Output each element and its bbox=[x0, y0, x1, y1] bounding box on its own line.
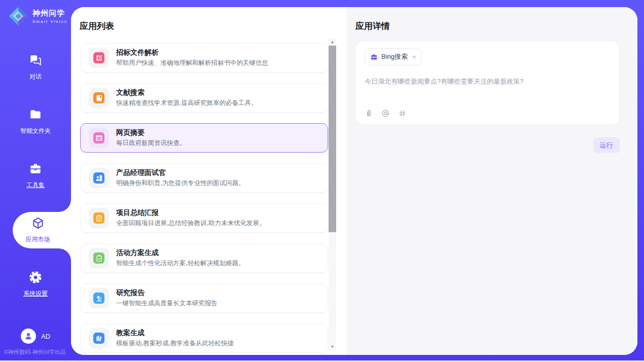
prompt-input-card[interactable]: Bing搜索 × 今日湖北有哪些新闻要点?有哪些需要关注的最新政策? bbox=[355, 41, 620, 125]
tool-tag-bing-search[interactable]: Bing搜索 × bbox=[365, 48, 422, 65]
app-card[interactable]: 项目总结汇报 全面回顾项目进展,总结经验教训,助力未来优化发展。 bbox=[80, 203, 328, 233]
sidebar-item-icon bbox=[31, 216, 45, 232]
app-list-title: 应用列表 bbox=[80, 20, 114, 32]
sidebar-item-icon bbox=[29, 108, 42, 123]
app-card[interactable]: 活动方案生成 智能生成个性化活动方案,轻松解决规划难题。 bbox=[80, 243, 328, 273]
app-icon bbox=[93, 333, 104, 344]
briefcase-icon bbox=[370, 53, 378, 61]
sidebar-item[interactable]: 应用市场 bbox=[13, 212, 71, 248]
app-card-title: 研究报告 bbox=[116, 288, 218, 298]
diamond-logo-icon bbox=[8, 6, 28, 26]
user-name: AD bbox=[41, 333, 50, 340]
sidebar-item[interactable]: 系统设置 bbox=[0, 266, 71, 303]
app-icon-box bbox=[89, 248, 109, 268]
sidebar-item[interactable]: 智能文件夹 bbox=[0, 103, 71, 140]
app-icon bbox=[93, 252, 104, 264]
user-avatar-icon bbox=[21, 329, 36, 344]
brand-name: 神州问学 bbox=[32, 9, 67, 18]
scrollbar-up-arrow-icon[interactable]: ▲ bbox=[329, 38, 336, 45]
app-card-title: 文献搜索 bbox=[116, 88, 257, 97]
brand: 神州问学 Smart Vision bbox=[8, 6, 67, 26]
main-container: 应用列表 招标文件解析 帮助用户快速、准确地理解和解析招标书中的关键信息 bbox=[71, 7, 637, 355]
scrollbar-thumb[interactable] bbox=[329, 46, 336, 232]
run-button[interactable]: 运行 bbox=[593, 137, 620, 153]
app-icon bbox=[93, 52, 104, 63]
app-icon-box bbox=[89, 328, 109, 348]
toolbar-icon[interactable] bbox=[365, 109, 373, 118]
app-card-title: 网页摘要 bbox=[116, 128, 186, 137]
app-card-title: 招标文件解析 bbox=[116, 48, 268, 57]
sidebar-item-label: 系统设置 bbox=[23, 289, 48, 298]
app-card[interactable]: 研究报告 一键智能生成高质量长文本研究报告 bbox=[80, 283, 328, 313]
app-card-title: 教案生成 bbox=[116, 329, 234, 338]
toolbar-icon[interactable] bbox=[398, 109, 407, 118]
app-card[interactable]: 教案生成 模板驱动,教案秒成,教学准备从此轻松快捷 bbox=[80, 323, 328, 353]
scrollbar[interactable]: ▲ ▼ bbox=[329, 38, 336, 350]
app-card-title: 产品经理面试官 bbox=[116, 168, 244, 177]
sidebar-item-icon bbox=[29, 271, 42, 286]
app-card-description: 帮助用户快速、准确地理解和解析招标书中的关键信息 bbox=[116, 59, 268, 67]
input-toolbar bbox=[365, 109, 407, 118]
app-card-description: 全面回顾项目进展,总结经验教训,助力未来优化发展。 bbox=[116, 219, 265, 228]
sidebar-item[interactable]: 对话 bbox=[0, 49, 71, 86]
app-card[interactable]: 招标文件解析 帮助用户快速、准确地理解和解析招标书中的关键信息 bbox=[80, 43, 328, 73]
app-icon-box bbox=[89, 288, 109, 308]
app-card-description: 明确身份和职责,为您提供专业性的面试问题。 bbox=[116, 179, 244, 188]
sidebar-item-label: 智能文件夹 bbox=[20, 127, 51, 135]
toolbar-icon[interactable] bbox=[381, 109, 390, 118]
app-card[interactable]: 文献搜索 快速精准查找学术资源,提高研究效率的必备工具。 bbox=[80, 83, 328, 113]
tag-close-icon[interactable]: × bbox=[412, 54, 416, 60]
copyright-footer: ©神州数码·神州问学出品 bbox=[4, 348, 66, 356]
app-icon-box bbox=[89, 168, 109, 188]
brand-subtitle: Smart Vision bbox=[32, 19, 67, 24]
sidebar: 神州问学 Smart Vision 对话 智能文件夹 工具集 应用市场 系统设置 bbox=[0, 0, 71, 362]
app-icon bbox=[93, 132, 104, 143]
app-detail-panel: 应用详情 Bing搜索 × 今日湖北有哪些新闻要点?有哪些需要关注的最新政策? … bbox=[347, 7, 637, 355]
app-card-description: 模板驱动,教案秒成,教学准备从此轻松快捷 bbox=[116, 339, 234, 348]
app-card-title: 项目总结汇报 bbox=[116, 208, 265, 218]
sidebar-item-icon bbox=[29, 54, 42, 69]
app-icon-box bbox=[89, 208, 109, 228]
sidebar-item[interactable]: 工具集 bbox=[0, 158, 71, 194]
app-icon bbox=[93, 212, 104, 224]
user-box[interactable]: AD bbox=[0, 329, 71, 344]
scrollbar-down-arrow-icon[interactable]: ▼ bbox=[329, 343, 336, 350]
sidebar-nav: 对话 智能文件夹 工具集 应用市场 系统设置 bbox=[0, 49, 71, 303]
query-text[interactable]: 今日湖北有哪些新闻要点?有哪些需要关注的最新政策? bbox=[365, 77, 610, 87]
app-list-panel: 应用列表 招标文件解析 帮助用户快速、准确地理解和解析招标书中的关键信息 bbox=[71, 7, 347, 355]
app-card-description: 快速精准查找学术资源,提高研究效率的必备工具。 bbox=[116, 99, 257, 107]
app-card-description: 每日政府新闻资讯快查。 bbox=[116, 139, 186, 148]
app-icon bbox=[93, 172, 104, 184]
app-icon-box bbox=[89, 48, 109, 68]
sidebar-item-label: 工具集 bbox=[26, 181, 45, 190]
sidebar-item-label: 对话 bbox=[29, 73, 42, 81]
app-icon-box bbox=[89, 128, 109, 148]
app-card-description: 一键智能生成高质量长文本研究报告 bbox=[116, 299, 218, 308]
sidebar-item-label: 应用市场 bbox=[26, 235, 50, 244]
app-detail-title: 应用详情 bbox=[355, 20, 390, 32]
app-icon-box bbox=[89, 88, 109, 108]
sidebar-item-icon bbox=[29, 162, 42, 177]
app-card[interactable]: 网页摘要 每日政府新闻资讯快查。 bbox=[80, 123, 328, 153]
app-icon bbox=[93, 92, 104, 103]
app-card-list: 招标文件解析 帮助用户快速、准确地理解和解析招标书中的关键信息 文献搜索 快速精… bbox=[80, 43, 328, 355]
app-card[interactable]: 产品经理面试官 明确身份和职责,为您提供专业性的面试问题。 bbox=[80, 163, 328, 193]
app-card-description: 智能生成个性化活动方案,轻松解决规划难题。 bbox=[116, 259, 244, 268]
app-icon bbox=[93, 293, 104, 304]
app-card-title: 活动方案生成 bbox=[116, 248, 244, 258]
tool-tag-label: Bing搜索 bbox=[381, 52, 408, 61]
